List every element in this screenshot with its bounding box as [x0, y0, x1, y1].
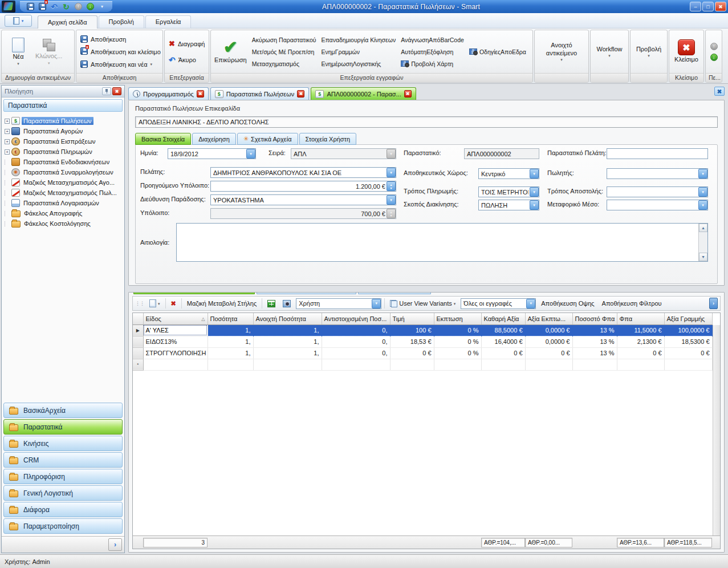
- refresh-button[interactable]: ↻: [62, 2, 71, 11]
- tree-item-inventory-folder[interactable]: Φάκελος Απογραφής: [5, 208, 124, 218]
- lines-tab-from-documents[interactable]: $ Απο Παραστατικά: [358, 292, 431, 294]
- module-basic-files[interactable]: ΒασικάΑρχεία: [3, 403, 123, 418]
- cell-matched-quantity[interactable]: 0,: [322, 324, 390, 336]
- cell-item[interactable]: ΣΤΡΟΓΓΥΛΟΠΟΙΗΣΗ: [143, 347, 208, 359]
- tree-item-costing-folder[interactable]: Φάκελος Κοστολόγησης: [5, 218, 124, 229]
- close-window-button[interactable]: ✖: [715, 2, 726, 11]
- spinner-icon[interactable]: ▴▾: [387, 181, 396, 191]
- dropdown-arrow-icon[interactable]: ▾: [387, 168, 396, 177]
- expander-icon[interactable]: +: [5, 139, 10, 144]
- user-view-variants-button[interactable]: User View Variants ▾: [388, 298, 458, 309]
- cell-empty[interactable]: [434, 359, 481, 370]
- read-barcode-button[interactable]: ΑνάγνωσηΑπόBarCode: [399, 34, 466, 45]
- date-field[interactable]: 18/9/2012 ▾: [168, 148, 256, 159]
- reason-textarea[interactable]: ▲ ▼: [176, 223, 708, 262]
- scroll-up-icon[interactable]: ▲: [699, 224, 707, 232]
- cell-net-value[interactable]: 0 €: [481, 347, 525, 359]
- cell-open-quantity[interactable]: 1,: [253, 336, 322, 347]
- lines-tab-sales-lines[interactable]: $ Γραμμές Παραστατικών Πωλήσεων: [133, 292, 255, 294]
- dropdown-arrow-icon[interactable]: ▾: [246, 149, 255, 159]
- tree-item-purchase-documents[interactable]: + Παραστατικά Αγορών: [5, 126, 124, 136]
- cell-empty[interactable]: [143, 359, 208, 370]
- column-header-open-quantity[interactable]: Ανοιχτή Ποσότητα: [253, 313, 322, 324]
- tab-tools[interactable]: Εργαλεία: [145, 15, 192, 28]
- doc-tab-current-document[interactable]: $ ΑΠΛ000000002 - Παρασ... ✖: [311, 87, 416, 100]
- cell-discount[interactable]: 0 %: [434, 336, 481, 347]
- minimize-button[interactable]: –: [690, 2, 701, 11]
- module-crm[interactable]: CRM: [3, 452, 123, 468]
- module-parameterization[interactable]: Παραμετροποίηση: [3, 518, 123, 534]
- view-button[interactable]: Προβολή ▾: [634, 31, 664, 72]
- close-document-button[interactable]: ✖ Κλείσιμο: [672, 31, 701, 72]
- nav-down-button[interactable]: ↓: [710, 54, 718, 61]
- scroll-down-icon[interactable]: ▼: [699, 253, 707, 261]
- save-and-close-button[interactable]: Αποθήκευση και κλείσιμο: [78, 46, 163, 58]
- cancel-document-button[interactable]: Ακύρωση Παραστατικού: [250, 34, 318, 45]
- new-line-button[interactable]: ▾: [147, 298, 162, 309]
- application-menu-button[interactable]: ▾: [5, 15, 32, 27]
- delete-button[interactable]: ✖ Διαγραφή: [166, 38, 207, 50]
- grid-new-row[interactable]: *: [133, 359, 712, 370]
- expander-icon[interactable]: +: [5, 119, 10, 124]
- save-filter-button[interactable]: Αποθήκευση Φίλτρου: [600, 298, 664, 309]
- cell-empty[interactable]: [322, 359, 390, 370]
- salesman-field[interactable]: ▾: [607, 168, 708, 179]
- tree-item-payment-documents[interactable]: + € Παραστατικά Πληρωμών: [5, 147, 124, 157]
- delivery-field[interactable]: YPOKATASTHMA ▾: [210, 194, 396, 205]
- nav-up-button[interactable]: ↑: [710, 43, 718, 50]
- payment-field[interactable]: ΤΟΙΣ ΜΕΤΡΗΤΟΙΣ ▾: [478, 186, 539, 197]
- pin-button[interactable]: [102, 87, 111, 95]
- cell-vat[interactable]: 2,1300 €: [617, 336, 664, 347]
- column-header-vat-percent[interactable]: Ποσοστό Φπα: [572, 313, 617, 324]
- update-lines-button[interactable]: ΕνημΓραμμών: [319, 46, 397, 57]
- up-button[interactable]: ↑: [74, 2, 83, 11]
- tree-item-account-documents[interactable]: Παραστατικά Λογαριασμών: [5, 198, 124, 208]
- column-header-item[interactable]: Είδος△: [143, 313, 208, 324]
- cell-empty[interactable]: [390, 359, 434, 370]
- map-view-button[interactable]: Προβολή Χάρτη: [399, 58, 466, 69]
- cell-matched-quantity[interactable]: 0,: [322, 347, 390, 359]
- down-button[interactable]: ↓: [86, 2, 95, 11]
- accordion-overflow-button[interactable]: ›: [108, 538, 122, 551]
- form-tab-user-data[interactable]: Στοιχεία Χρήστη: [299, 133, 357, 145]
- tree-item-internal-transfers[interactable]: Παραστατικά Ενδοδιακινήσεων: [5, 157, 124, 167]
- records-filter-combo[interactable]: Όλες οι εγγραφές ▾: [461, 298, 536, 309]
- cell-open-quantity[interactable]: 1,: [253, 324, 322, 336]
- update-accounting-button[interactable]: ΕνημέρωσηΛογιστικής: [319, 58, 397, 69]
- dropdown-arrow-icon[interactable]: ▾: [698, 200, 707, 210]
- cell-price[interactable]: 0 €: [390, 347, 434, 359]
- cell-price[interactable]: 18,53 €: [390, 336, 434, 347]
- tab-view[interactable]: Προβολή: [99, 15, 144, 28]
- warehouse-field[interactable]: Κεντρικό ▾: [478, 168, 539, 179]
- customer-doc-field[interactable]: [607, 148, 708, 159]
- lines-tab-receipt-matching[interactable]: € Αντιστοιχήσεις Εισπράξεων: [257, 292, 356, 294]
- cell-empty[interactable]: [617, 359, 664, 370]
- close-tab-icon[interactable]: ✖: [297, 90, 304, 98]
- grid-vertical-scrollbar[interactable]: [713, 325, 720, 535]
- doc-tab-scheduling[interactable]: Προγραμματισμός ✖: [128, 87, 209, 100]
- cell-empty[interactable]: [208, 359, 253, 370]
- bulk-column-change-button[interactable]: Μαζική Μεταβολή Στήλης: [185, 298, 259, 309]
- tree-item-sales-documents[interactable]: + $ Παραστατικά Πωλήσεων: [5, 116, 124, 126]
- column-header-discount[interactable]: Εκπτωση: [434, 313, 481, 324]
- toolbar-grip[interactable]: ⋮⋮: [135, 301, 144, 306]
- column-header-quantity[interactable]: Ποσότητα: [208, 313, 253, 324]
- reason-scrollbar[interactable]: ▲ ▼: [698, 224, 707, 261]
- undo-button[interactable]: ↶: [50, 2, 59, 11]
- cell-quantity[interactable]: 1,: [208, 347, 253, 359]
- cell-empty[interactable]: [664, 359, 712, 370]
- close-panel-button[interactable]: ✖: [112, 87, 121, 95]
- customer-field[interactable]: ΔΗΜΗΤΡΙΟΣ ΑΝΘΡΑΚΟΠΟΥΛΟΣ ΚΑΙ ΣΙΑ ΟΕ ▾: [210, 167, 396, 178]
- save-view-button[interactable]: Αποθήκευση Οψης: [539, 298, 596, 309]
- cell-empty[interactable]: [525, 359, 572, 370]
- module-movements[interactable]: Κινήσεις: [3, 436, 123, 451]
- grid-row[interactable]: ΣΤΡΟΓΓΥΛΟΠΟΙΗΣΗ 1, 1, 0, 0 € 0 % 0 € 0 €…: [133, 347, 712, 359]
- column-header-net-value[interactable]: Καθαρή Αξία: [481, 313, 525, 324]
- transform-button[interactable]: Μετασχηματισμός: [250, 58, 318, 69]
- cell-line-value[interactable]: 18,5300 €: [664, 336, 712, 347]
- cell-discount[interactable]: 0 %: [434, 347, 481, 359]
- column-header-discount-value[interactable]: Αξία Εκπτω...: [525, 313, 572, 324]
- qat-customize-button[interactable]: ▾: [97, 2, 107, 11]
- grid-export-button[interactable]: [265, 298, 278, 309]
- cell-net-value[interactable]: 88,5000 €: [481, 324, 525, 336]
